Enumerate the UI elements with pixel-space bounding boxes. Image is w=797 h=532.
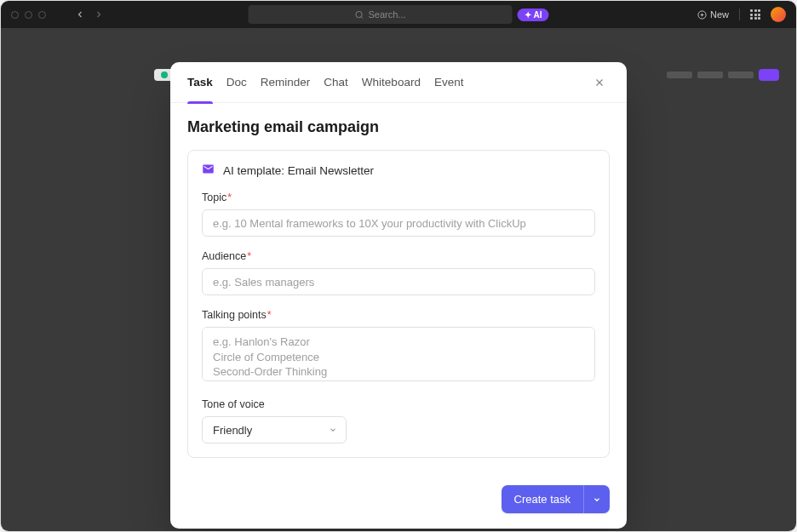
divider <box>739 9 740 20</box>
search-placeholder: Search... <box>368 9 405 20</box>
ai-label: AI <box>534 10 542 20</box>
minimize-window[interactable] <box>25 11 32 19</box>
close-window[interactable] <box>11 11 19 19</box>
create-task-dropdown[interactable] <box>584 485 610 513</box>
chevron-down-icon <box>593 495 601 504</box>
titlebar-actions: New <box>697 7 786 22</box>
search-icon <box>354 10 364 20</box>
maximize-window[interactable] <box>38 11 46 19</box>
modal-footer: Create task <box>170 475 627 529</box>
topic-input[interactable] <box>202 209 595 237</box>
ai-template-label: AI template: Email Newsletter <box>223 164 374 177</box>
sparkle-icon: ✦ <box>525 10 531 20</box>
create-modal: Task Doc Reminder Chat Whiteboard Event … <box>170 62 627 529</box>
nav-forward[interactable] <box>90 6 107 23</box>
tone-label: Tone of voice <box>202 398 595 410</box>
close-icon[interactable] <box>589 72 610 93</box>
tab-event[interactable]: Event <box>434 62 464 103</box>
svg-line-1 <box>361 16 363 18</box>
titlebar: Search... ✦ AI New <box>1 1 796 28</box>
apps-icon[interactable] <box>750 9 760 20</box>
avatar[interactable] <box>771 7 786 22</box>
ai-button[interactable]: ✦ AI <box>518 9 549 21</box>
talking-points-input[interactable] <box>202 327 595 381</box>
tab-reminder[interactable]: Reminder <box>261 62 311 103</box>
tab-doc[interactable]: Doc <box>226 62 247 103</box>
modal-title: Marketing email campaign <box>187 118 610 136</box>
global-search: Search... ✦ AI <box>249 5 549 24</box>
plus-circle-icon <box>697 10 707 20</box>
ai-template-header: AI template: Email Newsletter <box>202 163 595 178</box>
tab-whiteboard[interactable]: Whiteboard <box>362 62 421 103</box>
tone-select[interactable]: Friendly <box>202 416 347 443</box>
modal-tabs: Task Doc Reminder Chat Whiteboard Event <box>170 62 627 103</box>
search-input[interactable]: Search... <box>249 5 513 24</box>
nav-back[interactable] <box>72 6 89 23</box>
audience-label: Audience* <box>202 250 595 262</box>
tab-task[interactable]: Task <box>187 62 213 103</box>
modal-body: Marketing email campaign AI template: Em… <box>170 103 627 475</box>
window-controls <box>11 11 46 19</box>
tone-value: Friendly <box>213 424 252 437</box>
form-card: AI template: Email Newsletter Topic* Aud… <box>187 150 610 458</box>
nav-arrows <box>72 6 107 23</box>
talking-points-label: Talking points* <box>202 309 595 321</box>
svg-point-0 <box>356 11 362 17</box>
audience-input[interactable] <box>202 268 595 295</box>
app-window: Search... ✦ AI New <box>0 0 797 532</box>
topic-label: Topic* <box>202 192 595 203</box>
create-task-button-group: Create task <box>502 485 610 513</box>
chevron-down-icon <box>329 426 337 436</box>
envelope-icon <box>202 163 215 178</box>
new-button[interactable]: New <box>697 9 729 20</box>
create-task-button[interactable]: Create task <box>502 485 584 513</box>
new-label: New <box>710 9 729 20</box>
tab-chat[interactable]: Chat <box>324 62 348 103</box>
